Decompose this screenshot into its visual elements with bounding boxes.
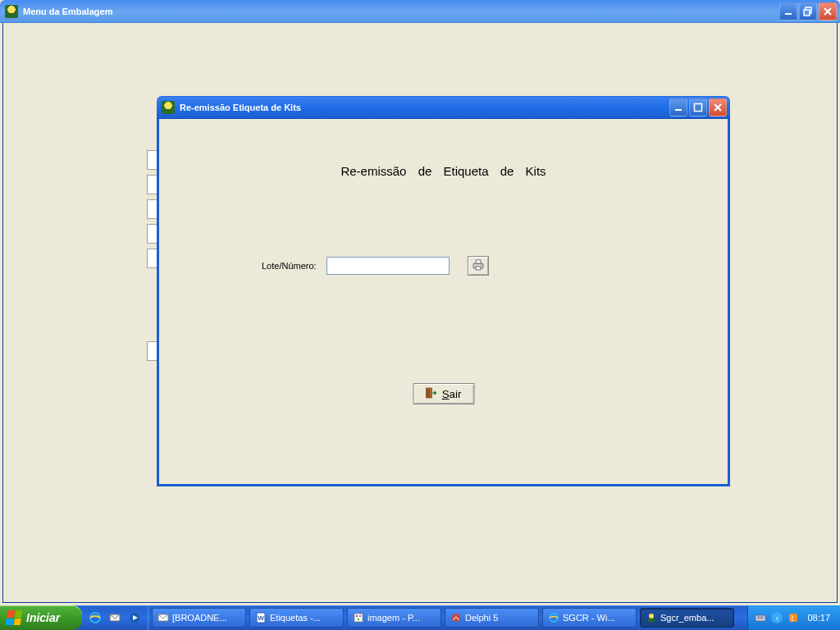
svg-point-8 [481, 264, 482, 265]
tray-expand-icon[interactable]: ‹ [771, 612, 783, 623]
mail-icon [158, 612, 169, 623]
dialog-window: Re-emissão Etiqueta de Kits Re-emissão d… [157, 96, 730, 486]
close-button[interactable] [819, 2, 837, 21]
task-button[interactable]: Delphi 5 [445, 608, 539, 628]
print-button[interactable] [468, 256, 489, 276]
app-icon [5, 5, 18, 18]
start-button[interactable]: Iniciar [0, 605, 82, 630]
svg-rect-4 [695, 104, 702, 112]
paint-icon [353, 612, 364, 623]
lote-field-row: Lote/Número: [262, 256, 489, 276]
lote-input[interactable] [326, 257, 450, 275]
svg-rect-3 [675, 109, 682, 111]
task-button[interactable]: Sgcr_emba... [640, 608, 734, 628]
svg-rect-7 [476, 267, 481, 270]
svg-point-21 [358, 619, 359, 620]
task-button[interactable]: [BROADNE... [152, 608, 246, 628]
windows-flag-icon [6, 610, 23, 625]
minimize-button[interactable] [779, 2, 797, 21]
dialog-title: Re-emissão Etiqueta de Kits [180, 103, 669, 112]
ie-icon[interactable] [89, 611, 102, 624]
parent-titlebar: Menu da Embalagem [0, 0, 840, 23]
door-exit-icon [426, 387, 437, 401]
close-button[interactable] [709, 98, 727, 116]
media-player-icon[interactable] [128, 611, 141, 624]
parent-window: Menu da Embalagem Re-emissão Etiqueta de… [0, 0, 840, 605]
system-tray: ‹ 08:17 [747, 605, 840, 630]
quick-launch [82, 605, 148, 630]
task-label: [BROADNE... [172, 613, 227, 623]
task-label: Delphi 5 [465, 613, 498, 623]
restore-button[interactable] [799, 2, 817, 21]
exit-label: Sair [442, 388, 462, 400]
maximize-button[interactable] [689, 98, 707, 116]
app-icon [646, 612, 657, 623]
svg-text:W: W [258, 614, 264, 622]
app-icon [162, 101, 175, 114]
svg-marker-10 [427, 388, 431, 398]
task-button[interactable]: SGCR - Wi... [542, 608, 637, 628]
svg-rect-6 [476, 260, 481, 263]
taskbar-tasks: [BROADNE... W Etiquetas -... imagem - P.… [148, 605, 747, 630]
outlook-icon[interactable] [108, 611, 121, 624]
taskbar: Iniciar [BROADNE... W Etiquetas -... ima… [0, 605, 840, 630]
word-icon: W [255, 612, 267, 623]
svg-point-20 [359, 615, 361, 617]
task-label: Sgcr_emba... [660, 613, 714, 623]
ie-icon [548, 612, 559, 623]
dialog-titlebar: Re-emissão Etiqueta de Kits [157, 96, 730, 119]
keyboard-icon[interactable] [755, 612, 766, 623]
exit-button[interactable]: Sair [413, 383, 474, 404]
parent-title: Menu da Embalagem [23, 7, 779, 16]
dialog-window-controls [669, 98, 727, 116]
svg-point-19 [356, 615, 358, 617]
start-label: Iniciar [26, 611, 60, 624]
printer-icon [472, 259, 485, 273]
svg-rect-2 [804, 10, 810, 16]
task-label: Etiquetas -... [270, 613, 321, 623]
svg-rect-25 [648, 619, 655, 622]
task-button[interactable]: W Etiquetas -... [249, 608, 344, 628]
parent-window-controls [779, 2, 837, 21]
svg-point-22 [452, 614, 460, 622]
svg-rect-0 [785, 13, 792, 15]
task-label: SGCR - Wi... [563, 613, 615, 623]
minimize-button[interactable] [669, 98, 687, 116]
svg-rect-29 [789, 614, 797, 622]
dialog-heading: Re-emissão de Etiqueta de Kits [159, 164, 728, 178]
task-button[interactable]: imagem - P... [347, 608, 441, 628]
exit-label-rest: air [450, 388, 462, 400]
task-label: imagem - P... [368, 613, 420, 623]
java-icon[interactable] [788, 612, 799, 623]
svg-point-24 [649, 614, 654, 619]
svg-rect-18 [354, 614, 363, 622]
delphi-icon [450, 612, 462, 623]
dialog-client: Re-emissão de Etiqueta de Kits Lote/Núme… [157, 119, 730, 486]
lote-label: Lote/Número: [262, 261, 317, 271]
clock[interactable]: 08:17 [804, 613, 833, 623]
